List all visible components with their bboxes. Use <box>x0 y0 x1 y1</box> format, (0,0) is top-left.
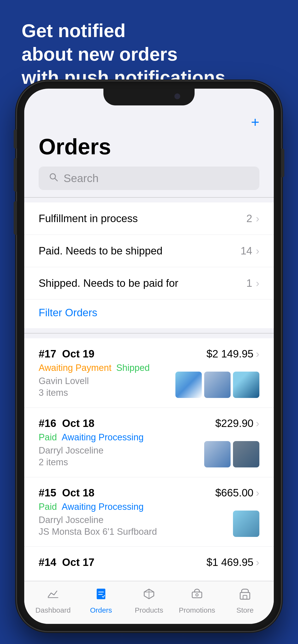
order-header-15: #15 Oct 18 $665.00 › <box>39 487 259 499</box>
order-item-14[interactable]: #14 Oct 17 $1 469.95 › <box>24 547 274 581</box>
tag-paid-15: Paid <box>39 502 57 512</box>
order-id-15: #15 <box>39 487 56 498</box>
tag-awaiting-payment-17: Awaiting Payment <box>39 363 111 373</box>
order-header-17: #17 Oct 19 $2 149.95 › <box>39 348 259 360</box>
divider-orders <box>24 333 274 334</box>
front-camera <box>175 94 180 99</box>
order-meta-16: 2 items <box>39 457 204 468</box>
thumb-17-1 <box>175 372 202 398</box>
search-icon <box>48 172 59 185</box>
order-thumbnails-16 <box>204 441 259 468</box>
tab-orders-label: Orders <box>90 606 112 614</box>
filter-label: Filter Orders <box>39 307 97 318</box>
dashboard-icon <box>46 587 60 604</box>
order-price-14: $1 469.95 <box>207 556 254 568</box>
tab-store-label: Store <box>236 606 254 614</box>
svg-rect-9 <box>240 592 250 599</box>
search-bar[interactable]: Search <box>39 166 259 190</box>
order-header-16: #16 Oct 18 $229.90 › <box>39 417 259 429</box>
tab-dashboard-label: Dashboard <box>36 606 71 614</box>
order-price-row-14: $1 469.95 › <box>207 556 259 568</box>
order-info-17: Awaiting Payment Shipped Gavin Lovell 3 … <box>39 363 175 398</box>
side-button-left-1 <box>14 130 17 148</box>
order-id-date-15: #15 Oct 18 <box>39 487 94 499</box>
tab-promotions[interactable]: Promotions <box>173 587 221 614</box>
order-thumbnails-15 <box>233 510 259 537</box>
tab-store[interactable]: Store <box>221 587 269 614</box>
thumb-17-3 <box>233 372 259 398</box>
page-title: Orders <box>24 132 274 166</box>
chevron-order-17: › <box>256 348 259 360</box>
tag-shipped-17: Shipped <box>116 363 150 373</box>
svg-rect-2 <box>48 597 58 598</box>
svg-point-8 <box>196 594 198 596</box>
search-input[interactable]: Search <box>64 172 99 185</box>
order-meta-17: 3 items <box>39 388 175 398</box>
tab-products-label: Products <box>135 606 163 614</box>
order-price-row-16: $229.90 › <box>215 417 259 429</box>
chevron-order-16: › <box>256 417 259 429</box>
order-info-15: Paid Awaiting Processing Darryl Joscelin… <box>39 502 233 537</box>
tab-bar: Dashboard Orders <box>24 581 274 624</box>
status-label-shipped: Shipped. Needs to be paid for <box>39 277 178 289</box>
status-count-shipped: 1 <box>246 277 252 289</box>
order-customer-16: Darryl Josceline <box>39 446 204 456</box>
status-item-paid[interactable]: Paid. Needs to be shipped 14 › <box>24 235 274 267</box>
status-right-paid: 14 › <box>240 245 259 257</box>
hero-line2: about new orders <box>22 43 225 66</box>
status-right-shipped: 1 › <box>246 277 259 289</box>
order-customer-15: Darryl Josceline <box>39 515 233 525</box>
orders-icon <box>94 587 108 604</box>
status-count-fulfillment: 2 <box>246 212 252 224</box>
filter-orders-button[interactable]: Filter Orders <box>24 300 274 328</box>
order-price-row-17: $2 149.95 › <box>207 348 259 360</box>
hero-text: Get notified about new orders with push … <box>22 19 225 89</box>
orders-list: #17 Oct 19 $2 149.95 › Awaiting Payment <box>24 338 274 581</box>
side-button-right <box>281 148 284 177</box>
phone-screen: + Orders Search <box>24 89 274 624</box>
order-item-17[interactable]: #17 Oct 19 $2 149.95 › Awaiting Payment <box>24 338 274 408</box>
phone-notch <box>103 89 195 106</box>
order-thumbnails-17 <box>175 372 259 398</box>
phone-frame: + Orders Search <box>17 82 281 631</box>
tab-orders[interactable]: Orders <box>77 587 125 614</box>
order-body-15: Paid Awaiting Processing Darryl Joscelin… <box>39 502 259 537</box>
svg-rect-10 <box>243 595 247 599</box>
order-body-17: Awaiting Payment Shipped Gavin Lovell 3 … <box>39 363 259 398</box>
order-item-16[interactable]: #16 Oct 18 $229.90 › Paid Aw <box>24 408 274 477</box>
tag-awaiting-processing-16: Awaiting Processing <box>62 432 143 442</box>
chevron-icon-paid: › <box>256 245 259 257</box>
order-id-17: #17 <box>39 348 56 360</box>
status-item-fulfillment[interactable]: Fulfillment in process 2 › <box>24 202 274 235</box>
order-price-16: $229.90 <box>215 417 253 429</box>
thumb-15-1 <box>233 510 259 537</box>
divider-top <box>24 197 274 198</box>
hero-line1: Get notified <box>22 19 225 43</box>
chevron-icon-fulfillment: › <box>256 212 259 224</box>
status-item-shipped[interactable]: Shipped. Needs to be paid for 1 › <box>24 267 274 300</box>
thumb-17-2 <box>204 372 231 398</box>
screen-content: + Orders Search <box>24 89 274 624</box>
tab-products[interactable]: Products <box>125 587 173 614</box>
tag-awaiting-processing-15: Awaiting Processing <box>62 502 143 512</box>
tab-dashboard[interactable]: Dashboard <box>29 587 77 614</box>
order-id-16: #16 <box>39 417 56 429</box>
promotions-icon <box>190 587 204 604</box>
tag-paid-16: Paid <box>39 432 57 442</box>
products-icon <box>142 587 156 604</box>
status-right-fulfillment: 2 › <box>246 212 259 224</box>
order-tags-17: Awaiting Payment Shipped <box>39 363 175 373</box>
order-item-15[interactable]: #15 Oct 18 $665.00 › Paid Aw <box>24 477 274 547</box>
status-list: Fulfillment in process 2 › Paid. Needs t… <box>24 202 274 328</box>
thumb-16-2 <box>233 441 259 468</box>
top-bar: + <box>24 108 274 132</box>
status-label-paid: Paid. Needs to be shipped <box>39 245 163 257</box>
chevron-icon-shipped: › <box>256 277 259 289</box>
add-order-button[interactable]: + <box>251 115 259 130</box>
side-button-left-3 <box>14 201 17 235</box>
order-price-row-15: $665.00 › <box>215 487 259 499</box>
order-meta-15: JS Monsta Box 6'1 Surfboard <box>39 526 233 537</box>
order-price-15: $665.00 <box>215 487 253 499</box>
chevron-order-14: › <box>256 556 259 568</box>
order-id-14: #14 <box>39 556 56 568</box>
